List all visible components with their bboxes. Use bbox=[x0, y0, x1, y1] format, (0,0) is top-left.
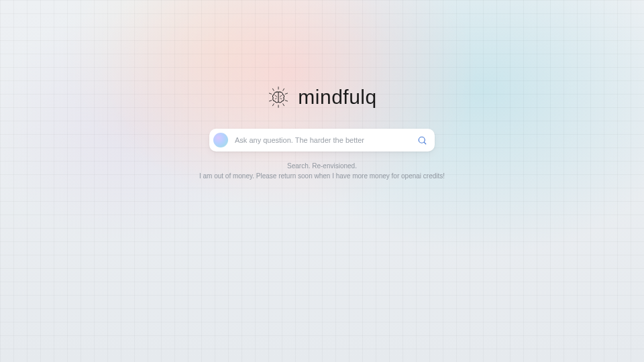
svg-line-5 bbox=[270, 101, 272, 101]
tagline: Search. Re-envisioned. I am out of money… bbox=[199, 161, 445, 181]
tagline-line-1: Search. Re-envisioned. bbox=[199, 161, 445, 171]
logo: mindfulq bbox=[267, 86, 376, 109]
main-container: mindfulq Search. Re-envisioned. I am out… bbox=[0, 0, 644, 362]
brain-icon bbox=[267, 86, 290, 109]
svg-line-2 bbox=[283, 88, 284, 90]
svg-line-3 bbox=[270, 93, 272, 94]
svg-line-12 bbox=[424, 142, 426, 144]
svg-line-1 bbox=[273, 88, 274, 90]
svg-line-7 bbox=[273, 104, 274, 106]
svg-line-8 bbox=[283, 104, 284, 106]
orb-icon bbox=[213, 133, 228, 147]
search-button[interactable] bbox=[416, 134, 428, 146]
tagline-line-2: I am out of money. Please return soon wh… bbox=[199, 171, 445, 181]
brand-wordmark: mindfulq bbox=[298, 86, 376, 109]
search-input[interactable] bbox=[235, 136, 409, 144]
search-bar[interactable] bbox=[209, 129, 435, 152]
svg-line-6 bbox=[285, 101, 287, 101]
svg-line-4 bbox=[285, 93, 287, 94]
search-icon bbox=[417, 135, 427, 145]
